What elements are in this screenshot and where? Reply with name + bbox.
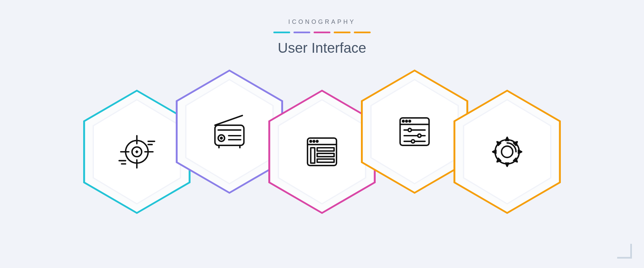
svg-point-36 xyxy=(408,128,412,132)
hex-row xyxy=(0,80,644,221)
svg-rect-27 xyxy=(317,148,334,151)
accent-bar-1 xyxy=(293,32,310,33)
radio-icon xyxy=(209,111,250,152)
browser-sliders-icon xyxy=(394,111,435,152)
page-title: User Interface xyxy=(273,40,371,56)
svg-point-34 xyxy=(409,120,411,122)
brand-text: ICONOGRAPHY xyxy=(273,18,371,26)
svg-point-15 xyxy=(218,135,224,141)
svg-point-33 xyxy=(406,120,408,122)
accent-bar-2 xyxy=(314,32,330,33)
svg-point-25 xyxy=(316,140,318,142)
svg-point-41 xyxy=(501,146,513,158)
header: ICONOGRAPHY User Interface xyxy=(273,18,371,56)
svg-point-38 xyxy=(418,134,421,137)
accent-bar-0 xyxy=(273,32,290,33)
gear-icon xyxy=(487,132,527,172)
accent-bars xyxy=(273,32,371,33)
svg-rect-29 xyxy=(317,159,334,163)
svg-rect-26 xyxy=(311,148,315,163)
svg-point-24 xyxy=(313,140,315,142)
hex-item-target xyxy=(83,90,191,214)
svg-rect-28 xyxy=(317,153,334,157)
corner-mark xyxy=(617,244,632,259)
hex-item-radio xyxy=(176,70,283,194)
svg-point-16 xyxy=(221,137,222,139)
target-icon xyxy=(117,132,157,172)
svg-point-32 xyxy=(402,120,404,122)
hex-item-gear xyxy=(453,90,561,214)
accent-bar-4 xyxy=(354,32,371,33)
svg-point-23 xyxy=(310,140,312,142)
browser-list-icon xyxy=(302,132,342,172)
hex-item-browser-sliders xyxy=(361,70,468,194)
svg-point-40 xyxy=(411,140,415,143)
svg-line-13 xyxy=(215,116,243,125)
accent-bar-3 xyxy=(334,32,351,33)
hex-item-browser-list xyxy=(268,90,376,214)
